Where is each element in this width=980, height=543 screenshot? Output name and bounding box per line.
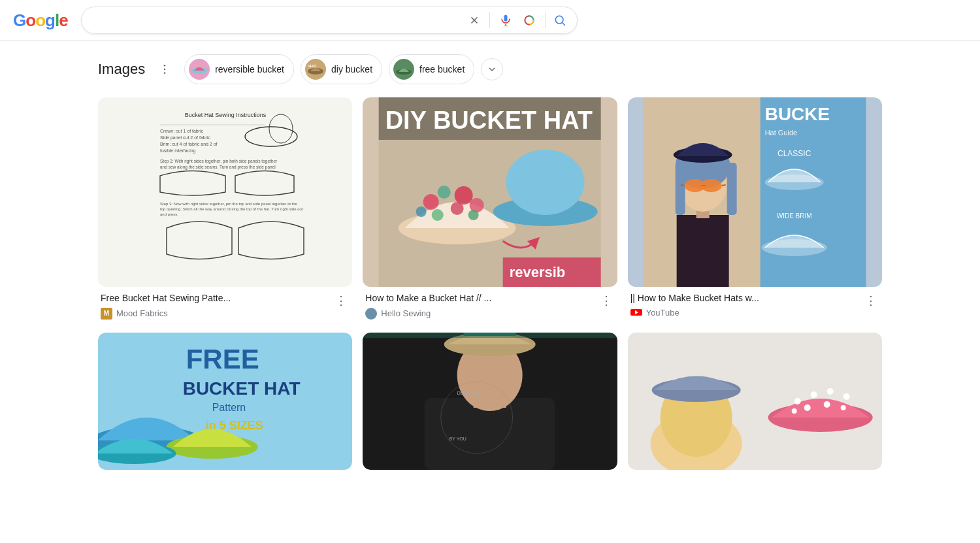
images-header: Images reversible bucket bbox=[98, 54, 882, 84]
image-title-2: How to Make a Bucket Hat // ... bbox=[365, 292, 595, 305]
svg-text:in 5 SIZES: in 5 SIZES bbox=[206, 419, 263, 432]
image-card-3[interactable]: BUCKE Hat Guide CLASSIC WIDE BRIM || How… bbox=[628, 97, 882, 322]
images-title: Images bbox=[98, 61, 145, 78]
image-card-1[interactable]: Bucket Hat Sewing Instructions Crown: cu… bbox=[98, 97, 352, 322]
svg-point-40 bbox=[451, 202, 464, 215]
svg-text:BUCKE: BUCKE bbox=[764, 104, 830, 124]
svg-point-94 bbox=[826, 388, 833, 395]
svg-point-97 bbox=[823, 401, 830, 408]
svg-point-93 bbox=[810, 391, 817, 398]
svg-point-92 bbox=[794, 398, 800, 404]
chip-thumb-reversible bbox=[189, 59, 210, 80]
chip-label-reversible: reversible bucket bbox=[215, 64, 284, 74]
svg-text:fusible interfacing: fusible interfacing bbox=[160, 148, 196, 154]
svg-text:BY YOU: BY YOU bbox=[449, 436, 466, 441]
clear-button[interactable] bbox=[467, 13, 482, 27]
more-options-button-3[interactable]: ⋮ bbox=[862, 292, 879, 309]
svg-rect-2 bbox=[504, 15, 507, 22]
svg-text:Brim: cut 4 of fabric and 2 of: Brim: cut 4 of fabric and 2 of bbox=[160, 142, 218, 146]
image-info-1: Free Bucket Hat Sewing Patte... M Mood F… bbox=[98, 287, 352, 322]
source-name-1: Mood Fabrics bbox=[116, 308, 168, 318]
chip-label-free: free bucket bbox=[419, 64, 465, 74]
svg-text:DIY BUCKET HAT: DIY BUCKET HAT bbox=[385, 107, 593, 134]
svg-point-35 bbox=[438, 186, 451, 199]
svg-text:Bucket Hat Sewing Instructions: Bucket Hat Sewing Instructions bbox=[184, 112, 266, 118]
svg-text:Hat Guide: Hat Guide bbox=[764, 129, 797, 137]
youtube-favicon bbox=[630, 309, 642, 316]
chip-diy-bucket[interactable]: HAT diy bucket bbox=[301, 54, 382, 84]
more-options-button-1[interactable]: ⋮ bbox=[333, 292, 350, 309]
svg-rect-50 bbox=[676, 215, 728, 287]
svg-text:Step 3: Now with right sides t: Step 3: Now with right sides together, p… bbox=[160, 202, 297, 206]
google-logo[interactable]: Google bbox=[13, 10, 68, 31]
more-options-button-2[interactable]: ⋮ bbox=[598, 292, 615, 309]
svg-text:reversib: reversib bbox=[510, 264, 566, 280]
svg-text:Step 2: With right sides toget: Step 2: With right sides together, pin b… bbox=[160, 159, 278, 164]
svg-point-9 bbox=[164, 69, 166, 71]
source-name-2: Hello Sewing bbox=[381, 308, 431, 318]
svg-point-43 bbox=[506, 150, 585, 215]
svg-text:and press.: and press. bbox=[160, 212, 178, 216]
svg-point-96 bbox=[804, 404, 810, 411]
image-card-2[interactable]: DIY BUCKET HAT reversib How to Make a Bu… bbox=[363, 97, 617, 322]
expand-chips-button[interactable] bbox=[481, 58, 503, 80]
search-input[interactable]: how to sew a bucket hat bbox=[92, 14, 461, 26]
hello-sewing-favicon bbox=[365, 308, 377, 320]
svg-text:and sew along the side seams. : and sew along the side seams. Turn and p… bbox=[160, 165, 276, 170]
svg-point-98 bbox=[840, 405, 845, 410]
image-card-4[interactable]: FREE BUCKET HAT Pattern in 5 SIZES bbox=[98, 333, 352, 470]
svg-text:Pattern: Pattern bbox=[212, 402, 246, 413]
svg-text:HAT: HAT bbox=[308, 64, 316, 68]
svg-text:top opening. Stitch all the wa: top opening. Stitch all the way around c… bbox=[160, 207, 303, 211]
svg-point-8 bbox=[164, 65, 166, 67]
images-grid: Bucket Hat Sewing Instructions Crown: cu… bbox=[98, 97, 882, 322]
image-thumb-1: Bucket Hat Sewing Instructions Crown: cu… bbox=[98, 97, 352, 287]
svg-rect-54 bbox=[675, 163, 685, 215]
chip-thumb-diy: HAT bbox=[305, 59, 326, 80]
svg-point-95 bbox=[843, 393, 849, 400]
image-card-6[interactable] bbox=[628, 333, 882, 470]
image-source-3: YouTube bbox=[630, 308, 860, 318]
svg-line-59 bbox=[680, 185, 684, 186]
image-info-3: || How to Make Bucket Hats w... YouTube … bbox=[628, 287, 882, 320]
image-left-col-3: || How to Make Bucket Hats w... YouTube bbox=[630, 292, 860, 318]
svg-rect-86 bbox=[363, 333, 617, 338]
svg-point-41 bbox=[468, 210, 479, 220]
svg-line-7 bbox=[562, 23, 564, 25]
svg-text:Crown: cut 1 of fabric: Crown: cut 1 of fabric bbox=[160, 129, 204, 133]
image-title-1: Free Bucket Hat Sewing Patte... bbox=[101, 292, 330, 305]
image-thumb-3: BUCKE Hat Guide CLASSIC WIDE BRIM bbox=[628, 97, 882, 287]
svg-rect-62 bbox=[760, 97, 866, 287]
search-divider-2 bbox=[545, 12, 546, 28]
voice-search-button[interactable] bbox=[498, 12, 514, 28]
svg-text:Side panel cut 2 of fabric: Side panel cut 2 of fabric bbox=[160, 135, 211, 140]
svg-text:CLASSIC: CLASSIC bbox=[777, 149, 811, 158]
svg-text:DESIGNED: DESIGNED bbox=[457, 391, 482, 395]
lens-search-button[interactable] bbox=[521, 12, 537, 28]
images-more-button[interactable] bbox=[158, 63, 171, 76]
svg-text:WIDE BRIM: WIDE BRIM bbox=[776, 212, 811, 220]
search-submit-button[interactable] bbox=[553, 14, 566, 27]
image-source-2: Hello Sewing bbox=[365, 308, 595, 320]
yt-play-icon bbox=[635, 310, 638, 314]
svg-point-37 bbox=[416, 206, 427, 217]
main-content: Images reversible bucket bbox=[78, 41, 902, 483]
image-left-col-2: How to Make a Bucket Hat // ... Hello Se… bbox=[365, 292, 595, 320]
mood-favicon: M bbox=[101, 308, 112, 320]
image-thumb-2: DIY BUCKET HAT reversib bbox=[363, 97, 617, 287]
svg-line-60 bbox=[721, 185, 725, 186]
chip-thumb-free bbox=[393, 59, 414, 80]
chip-reversible-bucket[interactable]: reversible bucket bbox=[184, 54, 294, 84]
svg-rect-55 bbox=[727, 163, 736, 215]
image-source-1: M Mood Fabrics bbox=[101, 308, 330, 320]
source-name-3: YouTube bbox=[646, 308, 679, 318]
image-card-5[interactable]: DESIGNED BY YOU bbox=[363, 333, 617, 470]
chip-free-bucket[interactable]: free bucket bbox=[389, 54, 474, 84]
svg-point-34 bbox=[423, 194, 439, 210]
search-divider bbox=[489, 12, 490, 28]
svg-text:BUCKET HAT: BUCKET HAT bbox=[183, 378, 301, 399]
search-bar: how to sew a bucket hat bbox=[81, 7, 578, 34]
svg-text:FREE: FREE bbox=[186, 344, 259, 374]
image-info-2: How to Make a Bucket Hat // ... Hello Se… bbox=[363, 287, 617, 322]
chips-container: reversible bucket HAT diy bucket bbox=[184, 54, 503, 84]
